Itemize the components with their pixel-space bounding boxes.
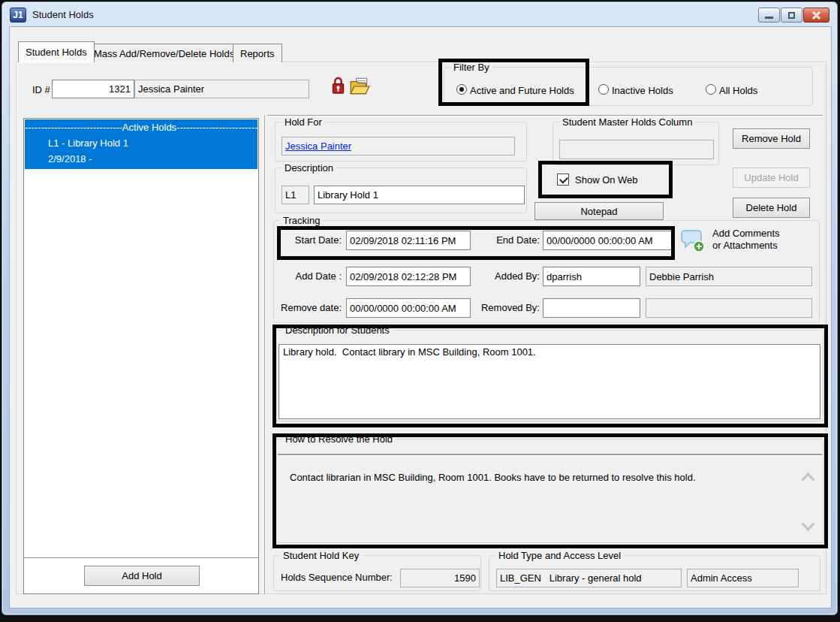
description-group: Description L1 Library Hold 1: [275, 168, 527, 213]
student-hold-key-group: Student Hold Key Holds Sequence Number: …: [273, 555, 481, 591]
how-to-resolve-text: Contact librarian in MSC Building, Room …: [290, 472, 792, 483]
description-for-students-textarea[interactable]: Library hold. Contact library in MSC Bui…: [278, 344, 820, 419]
screenshot-root: J1 Student Holds Student Holds Mass Add/…: [0, 0, 840, 622]
radio-active-and-future-holds[interactable]: [456, 84, 467, 95]
tab-label: Reports: [240, 48, 275, 59]
app-window: J1 Student Holds Student Holds Mass Add/…: [2, 2, 838, 615]
add-date-field[interactable]: 02/09/2018 02:12:28 PM: [346, 267, 471, 286]
chevron-down-icon[interactable]: [801, 517, 814, 530]
close-button[interactable]: [803, 8, 829, 23]
student-hold-key-legend: Student Hold Key: [280, 550, 362, 561]
maximize-icon: [788, 12, 795, 19]
notepad-button[interactable]: Notepad: [534, 202, 664, 220]
hold-for-link[interactable]: Jessica Painter: [285, 140, 351, 152]
remove-date-label: Remove date:: [271, 302, 342, 313]
holds-list[interactable]: ------------------------------Active Hol…: [23, 118, 259, 594]
description-code-field: L1: [282, 186, 309, 204]
add-hold-button[interactable]: Add Hold: [84, 566, 200, 586]
description-for-students-legend: Description for Students: [282, 325, 393, 336]
student-id-field[interactable]: 1321: [52, 80, 134, 98]
tab-reports[interactable]: Reports: [233, 44, 282, 62]
student-name-field: Jessica Painter: [134, 80, 309, 98]
window-client: Student Holds Mass Add/Remove/Delete Hol…: [9, 26, 832, 608]
update-hold-button[interactable]: Update Hold: [733, 168, 810, 188]
close-icon: [811, 11, 821, 20]
remove-hold-button[interactable]: Remove Hold: [733, 128, 810, 149]
hold-item-title: L1 - Library Hold 1: [25, 135, 257, 151]
hold-item-date: 2/9/2018 -: [25, 151, 257, 167]
how-to-resolve-group: How to Resolve the Hold Contact libraria…: [275, 439, 823, 543]
student-master-holds-column-group: Student Master Holds Column: [552, 122, 719, 165]
tracking-group: Tracking Start Date: 02/09/2018 02:11:16…: [273, 220, 820, 323]
tab-label: Mass Add/Remove/Delete Holds: [94, 48, 234, 59]
remove-date-field[interactable]: 00/00/0000 00:00:00 AM: [346, 298, 471, 318]
filter-by-legend: Filter By: [450, 62, 492, 73]
j1-app-icon: J1: [10, 8, 26, 23]
hold-type-legend: Hold Type and Access Level: [495, 550, 624, 561]
detail-top-divider: [267, 115, 823, 116]
radio-label-all-holds: All Holds: [719, 85, 757, 96]
description-for-students-group: Description for Students Library hold. C…: [275, 330, 823, 421]
id-label: ID #: [32, 84, 50, 95]
holds-sequence-number-label: Holds Sequence Number:: [281, 572, 393, 583]
end-date-label: End Date:: [477, 234, 540, 246]
how-to-resolve-legend: How to Resolve the Hold: [282, 433, 396, 445]
minimize-icon: [765, 17, 773, 19]
how-to-resolve-textarea: Contact librarian in MSC Building, Room …: [278, 454, 822, 542]
radio-label-inactive-holds: Inactive Holds: [612, 85, 673, 96]
radio-inactive-holds[interactable]: [598, 84, 609, 95]
removed-by-field[interactable]: [543, 298, 640, 318]
add-comments-label: Add Comments or Attachments: [712, 228, 780, 252]
tab-label: Student Holds: [26, 47, 87, 58]
holds-list-group-header: ------------------------------Active Hol…: [25, 119, 257, 135]
access-level-field: Admin Access: [687, 569, 799, 587]
tab-student-holds[interactable]: Student Holds: [18, 41, 95, 62]
title-bar: J1 Student Holds: [2, 2, 837, 26]
added-by-label: Added By:: [477, 270, 540, 282]
start-date-label: Start Date:: [275, 234, 342, 246]
maximize-button[interactable]: [781, 8, 802, 23]
tracking-legend: Tracking: [280, 215, 323, 226]
lock-icon[interactable]: [331, 76, 345, 95]
add-date-label: Add Date :: [275, 270, 342, 282]
radio-label-active-and-future-holds: Active and Future Holds: [470, 85, 574, 96]
show-on-web-label: Show On Web: [575, 174, 638, 186]
student-master-holds-column-legend: Student Master Holds Column: [559, 116, 695, 128]
description-legend: Description: [282, 162, 336, 174]
radio-all-holds[interactable]: [706, 84, 716, 95]
hold-for-group: Hold For Jessica Painter: [275, 122, 527, 162]
hold-type-group: Hold Type and Access Level LIB_GEN Libra…: [489, 555, 820, 591]
added-by-name-field: Debbie Parrish: [646, 267, 812, 286]
holds-list-selected-item[interactable]: ------------------------------Active Hol…: [25, 119, 257, 169]
added-by-field[interactable]: dparrish: [543, 267, 640, 286]
holds-list-footer: Add Hold: [24, 557, 258, 593]
hold-type-field: LIB_GEN Library - general hold: [496, 569, 682, 587]
filter-by-group: Filter By Active and Future Holds Inacti…: [444, 67, 813, 106]
tab-mass-add-remove-delete-holds[interactable]: Mass Add/Remove/Delete Holds: [86, 44, 242, 62]
holds-sequence-number-field: 1590: [400, 569, 480, 587]
window-title: Student Holds: [32, 9, 94, 20]
student-master-holds-column-field: [559, 140, 714, 159]
description-text-field[interactable]: Library Hold 1: [314, 186, 525, 204]
start-date-field[interactable]: 02/09/2018 02:11:16 PM: [346, 231, 471, 250]
add-comments-line1: Add Comments: [712, 228, 780, 240]
j1-logo-text: J1: [13, 10, 23, 20]
add-comments-line2: or Attachments: [712, 240, 780, 252]
show-on-web-checkbox[interactable]: [557, 174, 569, 186]
removed-by-label: Removed By:: [472, 302, 540, 313]
minimize-button[interactable]: [758, 8, 780, 23]
panel-separator: [264, 115, 265, 594]
folder-open-icon[interactable]: [349, 77, 370, 95]
hold-for-legend: Hold For: [282, 116, 325, 128]
chevron-up-icon[interactable]: [801, 473, 814, 486]
comment-add-icon[interactable]: [681, 228, 705, 252]
removed-by-name-field: [646, 298, 812, 318]
delete-hold-button[interactable]: Delete Hold: [733, 198, 810, 218]
end-date-field[interactable]: 00/00/0000 00:00:00 AM: [543, 231, 672, 250]
